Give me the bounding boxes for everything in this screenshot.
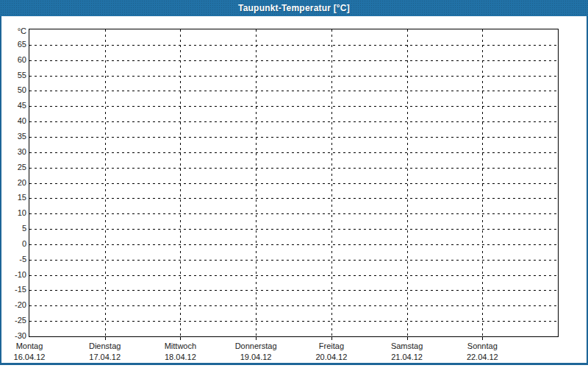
x-date-label: 18.04.12 bbox=[140, 353, 220, 361]
y-tick-label: -10 bbox=[1, 270, 26, 280]
h-gridline bbox=[29, 168, 558, 169]
v-gridline bbox=[180, 29, 181, 336]
x-tick bbox=[105, 337, 106, 340]
x-day-label: Sonntag bbox=[442, 342, 523, 350]
v-gridline bbox=[482, 29, 483, 336]
y-tick-label: 55 bbox=[1, 71, 26, 80]
y-tick-label: 50 bbox=[1, 85, 26, 95]
h-gridline bbox=[29, 91, 558, 91]
x-date-label: 20.04.12 bbox=[291, 353, 372, 361]
y-tick-label: 0 bbox=[1, 239, 26, 249]
h-gridline bbox=[29, 76, 558, 77]
x-day-label: Dienstag bbox=[65, 342, 146, 350]
x-day-label: Samstag bbox=[367, 342, 448, 350]
h-gridline bbox=[29, 152, 558, 153]
y-tick-label: 35 bbox=[1, 132, 26, 141]
h-gridline bbox=[29, 106, 558, 107]
x-date-label: 22.04.12 bbox=[442, 353, 523, 361]
h-gridline bbox=[29, 213, 558, 214]
v-gridline bbox=[331, 29, 332, 336]
x-tick bbox=[331, 337, 332, 340]
chart-container: °C 65605550454035302520151050-5-10-15-20… bbox=[0, 0, 588, 363]
x-date-label: 19.04.12 bbox=[215, 353, 296, 361]
h-gridline bbox=[29, 260, 558, 261]
h-gridline bbox=[29, 137, 558, 138]
app-window: Taupunkt-Temperatur [°C] °C 656055504540… bbox=[0, 0, 588, 365]
y-tick-label: 60 bbox=[1, 55, 26, 65]
v-gridline bbox=[407, 29, 408, 336]
y-tick-label: -30 bbox=[1, 331, 26, 341]
v-gridline bbox=[105, 29, 106, 336]
y-tick-label: -20 bbox=[1, 300, 26, 310]
y-tick-label: 25 bbox=[1, 163, 26, 172]
h-gridline bbox=[29, 121, 558, 122]
h-gridline bbox=[29, 275, 558, 276]
y-tick-label: 45 bbox=[1, 101, 26, 110]
v-gridline bbox=[256, 29, 257, 336]
x-tick bbox=[256, 337, 257, 340]
y-tick-label: -25 bbox=[1, 316, 26, 325]
h-gridline bbox=[29, 45, 558, 46]
plot-area bbox=[29, 29, 559, 337]
y-tick-label: 5 bbox=[1, 224, 26, 233]
h-gridline bbox=[29, 198, 558, 199]
h-gridline bbox=[29, 183, 558, 184]
x-day-label: Donnerstag bbox=[215, 342, 296, 350]
h-gridline bbox=[29, 305, 558, 306]
y-tick-label: 65 bbox=[1, 40, 26, 49]
y-tick-label: -5 bbox=[1, 255, 26, 264]
y-tick-label: 40 bbox=[1, 116, 26, 126]
y-tick-label: 10 bbox=[1, 208, 26, 218]
h-gridline bbox=[29, 229, 558, 230]
y-tick-label: -15 bbox=[1, 285, 26, 294]
x-date-label: 17.04.12 bbox=[65, 353, 146, 361]
y-tick-label: 20 bbox=[1, 178, 26, 188]
x-tick bbox=[482, 337, 483, 340]
x-tick bbox=[180, 337, 181, 340]
h-gridline bbox=[29, 321, 558, 322]
y-axis-labels: 65605550454035302520151050-5-10-15-20-25… bbox=[1, 0, 26, 363]
x-tick bbox=[407, 337, 408, 340]
h-gridline bbox=[29, 244, 558, 245]
y-tick-label: 15 bbox=[1, 193, 26, 202]
y-tick-label: 30 bbox=[1, 147, 26, 157]
x-day-label: Freitag bbox=[291, 342, 372, 350]
h-gridline bbox=[29, 290, 558, 291]
x-date-label: 21.04.12 bbox=[367, 353, 448, 361]
h-gridline bbox=[29, 60, 558, 61]
x-day-label: Mittwoch bbox=[140, 342, 220, 350]
